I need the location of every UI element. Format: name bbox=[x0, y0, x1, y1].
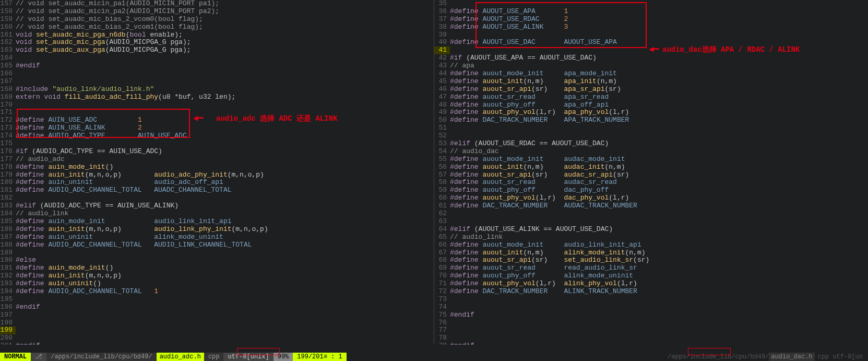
code-line[interactable]: 173#define AUIN_USE_ALINK 2 bbox=[0, 124, 434, 132]
code-line[interactable]: 49#define auout_phy_vol(l,r) apa_phy_vol… bbox=[434, 109, 868, 117]
code-line[interactable]: 161void set_auadc_mic_pga_n6db(bool enab… bbox=[0, 31, 434, 39]
code-line[interactable]: 176#if (AUDIO_ADC_TYPE == AUIN_USE_ADC) bbox=[0, 148, 434, 156]
code-line[interactable]: 184// audio_link bbox=[0, 210, 434, 218]
code-line[interactable]: 199 bbox=[0, 327, 434, 334]
code-line[interactable]: 164 bbox=[0, 54, 434, 62]
code-line[interactable]: 53#elif (AUOUT_USE_RDAC == AUOUT_USE_DAC… bbox=[434, 140, 868, 148]
code-line[interactable]: 198 bbox=[0, 319, 434, 327]
code-line[interactable]: 64#elif (AUOUT_USE_ALINK == AUOUT_USE_DA… bbox=[434, 226, 868, 234]
line-number: 163 bbox=[0, 46, 16, 54]
code-line[interactable]: 157// void set_auadc_micin_pa1(AUDIO_MIC… bbox=[0, 0, 434, 8]
file-name-left: audio_adc.h bbox=[157, 353, 204, 361]
code-line[interactable]: 182 bbox=[0, 194, 434, 202]
code-line[interactable]: 175 bbox=[0, 140, 434, 148]
code-line[interactable]: 174#define AUDIO_ADC_TYPE AUIN_USE_ADC bbox=[0, 132, 434, 140]
code-line[interactable]: 183#elif (AUDIO_ADC_TYPE == AUIN_USE_ALI… bbox=[0, 202, 434, 210]
line-number: 69 bbox=[434, 264, 450, 272]
code-line[interactable]: 72#define DAC_TRACK_NUMBER ALINK_TRACK_N… bbox=[434, 288, 868, 296]
code-line[interactable]: 57#define auout_sr_api(sr) audac_sr_api(… bbox=[434, 171, 868, 179]
code-line[interactable]: 180#define auin_uninit audio_adc_off_api bbox=[0, 179, 434, 187]
code-line[interactable]: 196#endif bbox=[0, 304, 434, 311]
file-name-right: audio_dac.h bbox=[769, 353, 814, 361]
line-number: 68 bbox=[434, 257, 450, 264]
code-line[interactable]: 169extern void fill_audio_adc_fill_phy(u… bbox=[0, 94, 434, 101]
code-line[interactable]: 167 bbox=[0, 78, 434, 86]
code-line[interactable]: 195 bbox=[0, 296, 434, 304]
code-line[interactable]: 42#if (AUOUT_USE_APA == AUOUT_USE_DAC) bbox=[434, 54, 868, 62]
code-line[interactable]: 79#endif bbox=[434, 342, 868, 345]
code-line[interactable]: 48#define auout_phy_off apa_off_api bbox=[434, 101, 868, 109]
code-line[interactable]: 75#endif bbox=[434, 311, 868, 319]
code-line[interactable]: 192#define auin_init(m,n,o,p) bbox=[0, 272, 434, 280]
code-line[interactable]: 185#define auin_mode_init audio_link_ini… bbox=[0, 218, 434, 226]
code-line[interactable]: 36#define AUOUT_USE_APA 1 bbox=[434, 8, 868, 16]
right-pane[interactable]: 3536#define AUOUT_USE_APA 137#define AUO… bbox=[434, 0, 868, 345]
code-line[interactable]: 54// audio_dac bbox=[434, 148, 868, 156]
code-line[interactable]: 163void set_auadc_aux_pga(AUDIO_MICPGA_G… bbox=[0, 46, 434, 54]
code-line[interactable]: 77 bbox=[434, 327, 868, 334]
code-line[interactable]: 73 bbox=[434, 296, 868, 304]
code-line[interactable]: 35 bbox=[434, 0, 868, 8]
code-line[interactable]: 38#define AUOUT_USE_ALINK 3 bbox=[434, 24, 868, 31]
code-line[interactable]: 191#define auin_mode_init() bbox=[0, 264, 434, 272]
code-line[interactable]: 68#define auout_sr_api(sr) set_audio_lin… bbox=[434, 257, 868, 264]
code-line[interactable]: 170 bbox=[0, 101, 434, 109]
code-line[interactable]: 187#define auin_uninit alink_mode_uninit bbox=[0, 234, 434, 241]
code-line[interactable]: 168#include "audio_link/audio_link.h" bbox=[0, 86, 434, 94]
code-line[interactable]: 186#define auin_init(m,n,o,p) audio_link… bbox=[0, 226, 434, 234]
line-number: 43 bbox=[434, 62, 450, 70]
code-line[interactable]: 37#define AUOUT_USE_RDAC 2 bbox=[434, 16, 868, 24]
code-line[interactable]: 58#define auout_sr_read audac_sr_read bbox=[434, 179, 868, 187]
code-line[interactable]: 193#define auin_uninit() bbox=[0, 280, 434, 288]
code-line[interactable]: 51 bbox=[434, 124, 868, 132]
code-line[interactable]: 190#else bbox=[0, 257, 434, 264]
code-line[interactable]: 159// void set_auadc_mic_bias_2_vcom0(bo… bbox=[0, 16, 434, 24]
code-line[interactable]: 166 bbox=[0, 70, 434, 78]
code-line[interactable]: 69#define auout_sr_read read_audio_link_… bbox=[434, 264, 868, 272]
code-line[interactable]: 165#endif bbox=[0, 62, 434, 70]
code-line[interactable]: 55#define auout_mode_init audac_mode_ini… bbox=[434, 156, 868, 164]
code-line[interactable]: 200 bbox=[0, 334, 434, 342]
code-line[interactable]: 178#define auin_mode_init() bbox=[0, 164, 434, 171]
code-line[interactable]: 70#define auout_phy_off alink_mode_unini… bbox=[434, 272, 868, 280]
code-line[interactable]: 188#define AUDIO_ADC_CHANNEL_TOTAL AUDIO… bbox=[0, 241, 434, 249]
code-line[interactable]: 59#define auout_phy_off dac_phy_off bbox=[434, 187, 868, 194]
code-line[interactable]: 41 bbox=[434, 46, 868, 54]
code-line[interactable]: 62 bbox=[434, 210, 868, 218]
code-line[interactable]: 45#define auout_init(n,m) apa_init(n,m) bbox=[434, 78, 868, 86]
line-number: 198 bbox=[0, 319, 16, 327]
code-line[interactable]: 189 bbox=[0, 249, 434, 257]
code-line[interactable]: 56#define auout_init(n,m) audac_init(n,m… bbox=[434, 164, 868, 171]
code-line[interactable]: 52 bbox=[434, 132, 868, 140]
code-line[interactable]: 40#define AUOUT_USE_DAC AUOUT_USE_APA bbox=[434, 39, 868, 46]
code-line[interactable]: 74 bbox=[434, 304, 868, 311]
left-pane[interactable]: 157// void set_auadc_micin_pa1(AUDIO_MIC… bbox=[0, 0, 434, 345]
code-line[interactable]: 67#define auout_init(n,m) alink_mode_ini… bbox=[434, 249, 868, 257]
code-line[interactable]: 171 bbox=[0, 109, 434, 117]
code-line[interactable]: 78 bbox=[434, 334, 868, 342]
code-line[interactable]: 197 bbox=[0, 311, 434, 319]
code-line[interactable]: 76 bbox=[434, 319, 868, 327]
code-line[interactable]: 66#define auout_mode_init audio_link_ini… bbox=[434, 241, 868, 249]
code-line[interactable]: 61#define DAC_TRACK_NUMBER AUDAC_TRACK_N… bbox=[434, 202, 868, 210]
code-line[interactable]: 60#define auout_phy_vol(l,r) dac_phy_vol… bbox=[434, 194, 868, 202]
code-line[interactable]: 162void set_auadc_mic_pga(AUDIO_MICPGA_G… bbox=[0, 39, 434, 46]
line-number: 42 bbox=[434, 54, 450, 62]
code-line[interactable]: 177// audio_adc bbox=[0, 156, 434, 164]
code-line[interactable]: 71#define auout_phy_vol(l,r) alink_phy_v… bbox=[434, 280, 868, 288]
code-line[interactable]: 158// void set_auadc_micin_pa2(AUDIO_MIC… bbox=[0, 8, 434, 16]
code-line[interactable]: 65// audio_link bbox=[434, 234, 868, 241]
code-line[interactable]: 47#define auout_sr_read apa_sr_read bbox=[434, 94, 868, 101]
code-line[interactable]: 46#define auout_sr_api(sr) apa_sr_api(sr… bbox=[434, 86, 868, 94]
code-line[interactable]: 181#define AUDIO_ADC_CHANNEL_TOTAL AUADC… bbox=[0, 187, 434, 194]
code-line[interactable]: 160// void set_auadc_mic_bias_2_vcom1(bo… bbox=[0, 24, 434, 31]
code-line[interactable]: 201#endif bbox=[0, 342, 434, 345]
code-line[interactable]: 50#define DAC_TRACK_NUMBER APA_TRACK_NUM… bbox=[434, 117, 868, 124]
code-line[interactable]: 44#define auout_mode_init apa_mode_init bbox=[434, 70, 868, 78]
code-line[interactable]: 179#define auin_init(m,n,o,p) audio_adc_… bbox=[0, 171, 434, 179]
code-line[interactable]: 63 bbox=[434, 218, 868, 226]
code-line[interactable]: 172#define AUIN_USE_ADC 1 bbox=[0, 117, 434, 124]
code-line[interactable]: 39 bbox=[434, 31, 868, 39]
code-line[interactable]: 194#define AUDIO_ADC_CHANNEL_TOTAL 1 bbox=[0, 288, 434, 296]
code-line[interactable]: 43// apa bbox=[434, 62, 868, 70]
